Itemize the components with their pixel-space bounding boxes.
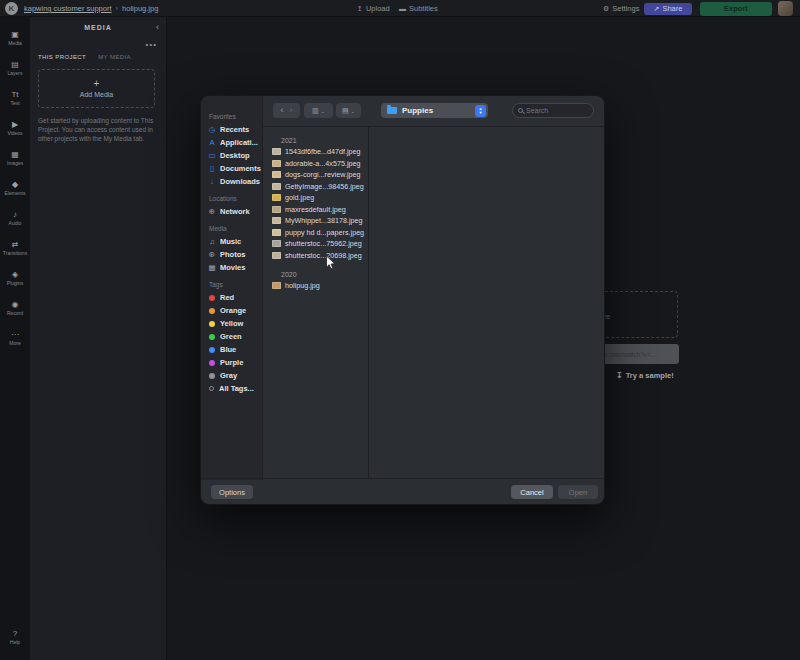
finder-item-label: Green [220,332,242,341]
finder-item-music[interactable]: ♫Music [208,235,262,248]
tab-my-media[interactable]: MY MEDIA [98,54,131,60]
sidebar-item-help[interactable]: ? Help [0,622,30,652]
chevron-down-icon: ⌄ [321,108,325,114]
sidebar-item-text[interactable]: Tt Text [0,83,30,113]
finder-item-orange[interactable]: Orange [208,304,262,317]
finder-item-downloads[interactable]: ↓Downloads [208,175,262,188]
finder-item-gray[interactable]: Gray [208,369,262,382]
breadcrumb-separator: › [116,4,119,13]
file-thumbnail-icon [272,282,281,289]
finder-item-blue[interactable]: Blue [208,343,262,356]
folder-icon [387,107,397,114]
search-input[interactable]: Search [512,103,594,118]
finder-item-recents[interactable]: ◷Recents [208,123,262,136]
sidebar-item-label: Help [10,639,20,645]
finder-item-applicati[interactable]: AApplicati... [208,136,262,149]
share-button[interactable]: ↗ Share [644,3,692,15]
finder-item-all-tags[interactable]: All Tags... [208,382,262,395]
finder-section-title: Locations [209,195,262,202]
media-panel-description: Get started by uploading content to This… [38,116,158,143]
group-sort-button[interactable]: ▤ ⌄ [336,103,361,118]
finder-item-label: Red [220,293,234,302]
sidebar-item-more[interactable]: ⋯ More [0,323,30,353]
file-thumbnail-icon [272,217,281,224]
column-view-button[interactable]: ▥ ⌄ [304,103,333,118]
sidebar-item-transitions[interactable]: ⇄ Transitions [0,233,30,263]
sidebar-item-plugins[interactable]: ◈ Plugins [0,263,30,293]
plus-icon: + [94,79,100,89]
search-placeholder: Search [526,107,548,114]
finder-item-red[interactable]: Red [208,291,262,304]
file-row[interactable]: adorable-a...4x575.jpeg [263,158,368,170]
breadcrumb-file[interactable]: holipug.jpg [122,4,158,13]
finder-item-green[interactable]: Green [208,330,262,343]
finder-item-desktop[interactable]: ▭Desktop [208,149,262,162]
file-row[interactable]: puppy hd d...papers.jpeg [263,227,368,239]
subtitles-button[interactable]: ▬ Subtitles [399,0,438,17]
sidebar-item-layers[interactable]: ▤ Layers [0,53,30,83]
cancel-button[interactable]: Cancel [511,485,553,499]
finder-section-title: Media [209,225,262,232]
forward-button[interactable]: › [288,106,295,115]
media-panel-title: MEDIA [30,24,166,31]
preview-column [369,127,604,478]
network-icon: ⊕ [208,208,216,216]
file-thumbnail-icon [272,252,281,259]
finder-item-movies[interactable]: ▦Movies [208,261,262,274]
add-media-button[interactable]: + Add Media [38,69,155,108]
file-group-year: 2021 [263,134,368,146]
collapse-panel-icon[interactable]: ‹ [156,22,159,32]
back-button[interactable]: ‹ [279,106,286,115]
file-row[interactable]: shutterstoc...20698.jpeg [263,250,368,262]
kapwing-logo-icon[interactable]: K [5,2,18,15]
file-thumbnail-icon [272,148,281,155]
file-row[interactable]: 1543df6fbe...d47df.jpeg [263,146,368,158]
finder-item-network[interactable]: ⊕Network [208,205,262,218]
settings-button[interactable]: ⚙ Settings [603,0,639,17]
documents-icon: ▯ [208,165,216,173]
finder-item-label: Purple [220,358,243,367]
file-row[interactable]: GettyImage...98456.jpeg [263,181,368,193]
url-input[interactable]: youtube.com/watch?v=... [596,344,679,364]
folder-dropdown[interactable]: Puppies ▲▼ [381,103,488,118]
sidebar-item-label: Audio [9,220,22,226]
file-row[interactable]: holipug.jpg [263,280,368,292]
finder-item-purple[interactable]: Purple [208,356,262,369]
finder-item-label: Movies [220,263,245,272]
desktop-icon: ▭ [208,152,216,160]
sidebar-item-images[interactable]: ▦ Images [0,143,30,173]
breadcrumb-project-link[interactable]: kapwing customer support [24,4,112,13]
file-row[interactable]: MyWhippet...38178.jpeg [263,215,368,227]
panel-menu-icon[interactable]: ••• [146,40,157,49]
options-button[interactable]: Options [211,485,253,499]
file-row[interactable]: shutterstoc...75962.jpeg [263,238,368,250]
finder-item-yellow[interactable]: Yellow [208,317,262,330]
tab-this-project[interactable]: THIS PROJECT [38,54,86,60]
try-sample-button[interactable]: ↧ Try a sample! [616,371,674,380]
open-button[interactable]: Open [558,485,598,499]
audio-icon: ♪ [13,211,17,219]
record-icon: ◉ [12,301,19,309]
finder-section-title: Tags [209,281,262,288]
sidebar-item-elements[interactable]: ◆ Elements [0,173,30,203]
finder-item-photos[interactable]: ⊛Photos [208,248,262,261]
media-panel-tabs: THIS PROJECTMY MEDIA [38,54,131,60]
finder-item-label: Documents [220,164,261,173]
finder-item-label: Recents [220,125,249,134]
sidebar-item-videos[interactable]: ▶ Videos [0,113,30,143]
sidebar-item-record[interactable]: ◉ Record [0,293,30,323]
file-row[interactable]: maxresdefault.jpeg [263,204,368,216]
upload-button[interactable]: ↥ Upload [357,0,390,17]
file-row[interactable]: gold.jpeg [263,192,368,204]
file-row[interactable]: dogs-corgi...review.jpeg [263,169,368,181]
app-sidebar: ▣ Media▤ LayersTt Text▶ Videos▦ Images◆ … [0,17,30,660]
file-name: adorable-a...4x575.jpeg [285,159,361,168]
finder-item-documents[interactable]: ▯Documents [208,162,262,175]
export-button[interactable]: Export [700,2,772,16]
file-name: shutterstoc...75962.jpeg [285,239,362,248]
file-thumbnail-icon [272,206,281,213]
sidebar-item-media[interactable]: ▣ Media [0,23,30,53]
user-avatar[interactable] [778,1,793,16]
layers-icon: ▤ [11,61,19,69]
sidebar-item-audio[interactable]: ♪ Audio [0,203,30,233]
